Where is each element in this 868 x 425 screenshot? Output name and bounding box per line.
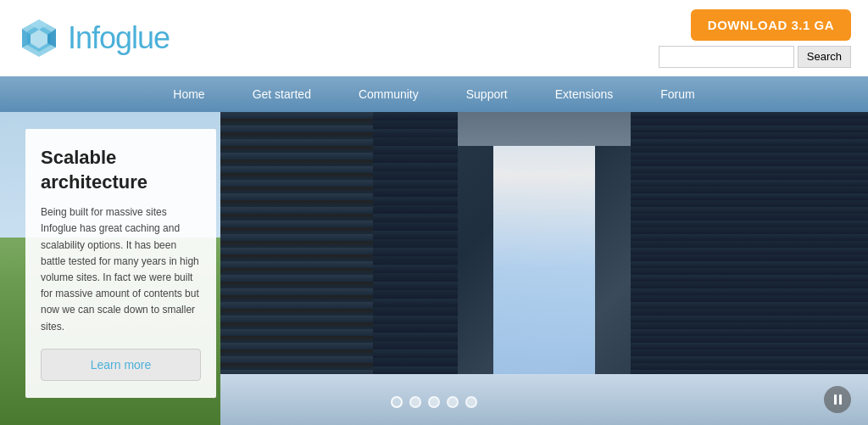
main-nav: Home Get started Community Support Exten…	[0, 76, 868, 112]
hero-content-box: Scalable architecture Being built for ma…	[25, 129, 216, 398]
hero-body: Being built for massive sites Infoglue h…	[41, 204, 201, 335]
pause-bar-left	[834, 394, 837, 405]
nav-item-forum[interactable]: Forum	[637, 76, 718, 112]
page-header: Infoglue DOWNLOAD 3.1 GA Search	[0, 0, 868, 76]
pause-button[interactable]	[824, 386, 851, 413]
search-button[interactable]: Search	[798, 46, 851, 68]
carousel-dots	[391, 396, 477, 408]
download-button[interactable]: DOWNLOAD 3.1 GA	[691, 9, 851, 41]
nav-item-extensions[interactable]: Extensions	[531, 76, 637, 112]
logo-area: Infoglue	[17, 16, 170, 60]
carousel-dot-5[interactable]	[465, 396, 477, 408]
carousel-dot-1[interactable]	[391, 396, 403, 408]
nav-item-support[interactable]: Support	[442, 76, 531, 112]
nav-item-community[interactable]: Community	[335, 76, 442, 112]
server-room-image	[220, 112, 868, 425]
hero-heading: Scalable architecture	[41, 146, 201, 194]
nav-item-home[interactable]: Home	[149, 76, 228, 112]
learn-more-button[interactable]: Learn more	[41, 349, 201, 381]
header-right: DOWNLOAD 3.1 GA Search	[659, 9, 851, 68]
search-input[interactable]	[659, 46, 794, 68]
carousel-dot-2[interactable]	[409, 396, 421, 408]
carousel-dot-4[interactable]	[447, 396, 459, 408]
hero-section: Scalable architecture Being built for ma…	[0, 112, 868, 425]
logo-icon	[17, 16, 61, 60]
carousel-dot-3[interactable]	[428, 396, 440, 408]
server-floor	[220, 374, 868, 425]
search-area: Search	[659, 46, 851, 68]
nav-item-get-started[interactable]: Get started	[229, 76, 335, 112]
pause-bar-right	[839, 394, 842, 405]
logo-text: Infoglue	[68, 20, 170, 56]
